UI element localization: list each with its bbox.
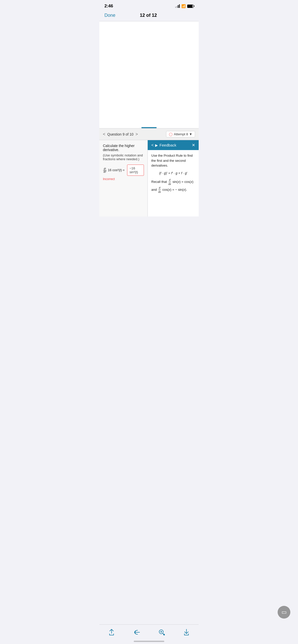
math-answer-input[interactable]: −16 sin²(t) (127, 165, 144, 176)
attempt-icon: ◯ (169, 132, 173, 136)
attempt-label: Attempt 8 (174, 132, 188, 136)
feedback-label: Feedback (159, 143, 176, 147)
math-answer-value: −16 sin²(t) (129, 166, 138, 174)
feedback-header: < ▶ Feedback ✕ (148, 140, 199, 150)
math-lhs: d² dt² 16 cos²(t) = (103, 167, 125, 173)
feedback-body: Use the Product Rule to find the first a… (148, 150, 199, 199)
wifi-icon: 📶 (181, 4, 186, 8)
question-panel: < Question 9 of 10 > ◯ Attempt 8 ▼ Calcu… (99, 128, 199, 216)
feedback-line1: Use the Product Rule to find the first a… (151, 153, 195, 168)
question-left-col: Calculate the higher derivative. (Use sy… (99, 140, 148, 216)
scroll-indicator (141, 127, 157, 128)
feedback-icon: ▶ (155, 143, 158, 147)
question-nav-left: < Question 9 of 10 > (103, 132, 138, 137)
status-time: 2:46 (104, 4, 113, 9)
content-scroll-area (99, 21, 199, 128)
question-instruction: Calculate the higher derivative. (103, 144, 144, 152)
nav-bar: Done 12 of 12 (99, 11, 199, 21)
incorrect-label: Incorrect (103, 177, 144, 181)
prev-question-button[interactable]: < (103, 132, 105, 137)
derivative-fraction: d² dt² (103, 167, 107, 173)
signal-icon (175, 4, 180, 8)
next-question-button[interactable]: > (136, 132, 138, 137)
attempt-badge[interactable]: ◯ Attempt 8 ▼ (166, 131, 195, 137)
two-col-layout: Calculate the higher derivative. (Use sy… (99, 140, 199, 216)
done-button[interactable]: Done (104, 13, 115, 18)
feedback-line2: Recall that d dx sin(x) = cos(x) and d d… (151, 178, 195, 194)
feedback-back-button[interactable]: < (151, 143, 154, 148)
question-note: (Use symbolic notation and fractions whe… (103, 153, 144, 161)
battery-icon (187, 5, 194, 8)
feedback-formula: (f · g)′ = f′ · g + f · g′ (151, 171, 195, 176)
math-input-row: d² dt² 16 cos²(t) = −16 sin²(t) (103, 165, 144, 176)
feedback-panel: < ▶ Feedback ✕ Use the Product Rule to f… (148, 140, 199, 216)
chevron-down-icon: ▼ (189, 132, 192, 136)
feedback-close-button[interactable]: ✕ (192, 143, 195, 148)
d-dx-cos-frac: d dx (158, 186, 161, 194)
question-nav-right: ◯ Attempt 8 ▼ (166, 131, 195, 137)
question-nav-bar: < Question 9 of 10 > ◯ Attempt 8 ▼ (99, 128, 199, 140)
status-bar: 2:46 📶 (99, 0, 199, 11)
status-icons: 📶 (175, 4, 194, 8)
page-title: 12 of 12 (140, 13, 157, 18)
d-dx-sin-frac: d dx (168, 178, 172, 186)
question-number: Question 9 of 10 (107, 132, 133, 136)
